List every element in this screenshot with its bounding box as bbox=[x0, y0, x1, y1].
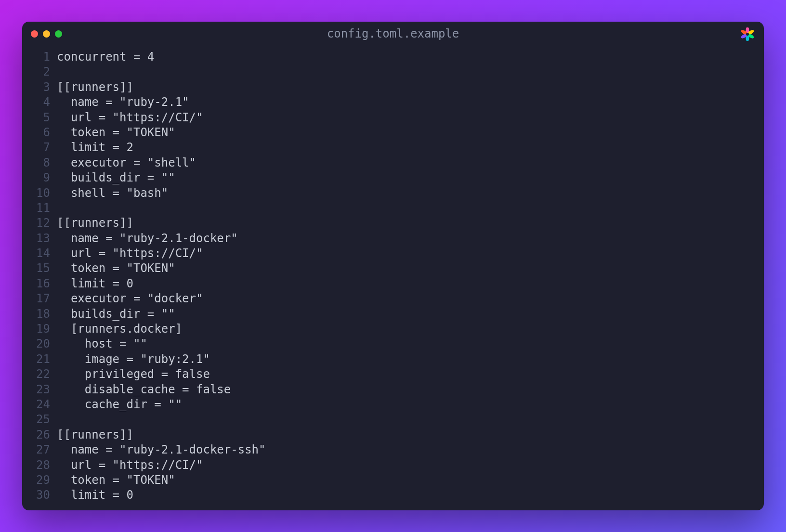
line-number: 3 bbox=[22, 80, 50, 95]
line-number: 16 bbox=[22, 276, 50, 291]
line-number: 30 bbox=[22, 488, 50, 503]
code-line[interactable]: privileged = false bbox=[57, 367, 764, 382]
code-line[interactable]: [[runners]] bbox=[57, 428, 764, 442]
editor-area[interactable]: 1234567891011121314151617181920212223242… bbox=[22, 46, 764, 510]
code-line[interactable]: [[runners]] bbox=[57, 216, 764, 231]
code-line[interactable]: [[runners]] bbox=[57, 80, 764, 95]
code-line[interactable]: token = "TOKEN" bbox=[57, 125, 764, 140]
svg-point-6 bbox=[746, 33, 749, 36]
line-number: 11 bbox=[22, 201, 50, 216]
code-line[interactable]: host = "" bbox=[57, 337, 764, 351]
line-number: 12 bbox=[22, 216, 50, 231]
line-number: 18 bbox=[22, 307, 50, 322]
titlebar: config.toml.example bbox=[22, 22, 764, 46]
line-number: 24 bbox=[22, 397, 50, 412]
code-line[interactable]: token = "TOKEN" bbox=[57, 473, 764, 488]
app-logo-icon bbox=[741, 27, 754, 41]
traffic-lights bbox=[31, 30, 62, 38]
code-line[interactable]: builds_dir = "" bbox=[57, 307, 764, 322]
line-number: 1 bbox=[22, 50, 50, 65]
line-number: 22 bbox=[22, 367, 50, 382]
line-number: 19 bbox=[22, 322, 50, 337]
line-number: 8 bbox=[22, 156, 50, 170]
line-number: 15 bbox=[22, 261, 50, 276]
line-number: 7 bbox=[22, 140, 50, 155]
line-number: 17 bbox=[22, 291, 50, 306]
line-number: 10 bbox=[22, 186, 50, 201]
line-number-gutter: 1234567891011121314151617181920212223242… bbox=[22, 50, 57, 510]
code-line[interactable] bbox=[57, 412, 764, 427]
code-line[interactable]: shell = "bash" bbox=[57, 186, 764, 201]
line-number: 26 bbox=[22, 428, 50, 442]
code-line[interactable]: url = "https://CI/" bbox=[57, 246, 764, 261]
close-button[interactable] bbox=[31, 30, 38, 38]
line-number: 20 bbox=[22, 337, 50, 351]
code-line[interactable]: limit = 2 bbox=[57, 140, 764, 155]
line-number: 25 bbox=[22, 412, 50, 427]
line-number: 27 bbox=[22, 442, 50, 457]
line-number: 4 bbox=[22, 95, 50, 110]
maximize-button[interactable] bbox=[55, 30, 62, 38]
editor-window: config.toml.example 12345678910111213141… bbox=[22, 22, 764, 510]
line-number: 23 bbox=[22, 382, 50, 397]
line-number: 21 bbox=[22, 352, 50, 367]
code-line[interactable]: builds_dir = "" bbox=[57, 170, 764, 185]
line-number: 28 bbox=[22, 458, 50, 473]
code-line[interactable]: image = "ruby:2.1" bbox=[57, 352, 764, 367]
code-line[interactable]: url = "https://CI/" bbox=[57, 458, 764, 473]
code-line[interactable]: executor = "shell" bbox=[57, 156, 764, 170]
code-content[interactable]: concurrent = 4[[runners]] name = "ruby-2… bbox=[57, 50, 764, 510]
code-line[interactable]: name = "ruby-2.1-docker-ssh" bbox=[57, 442, 764, 457]
code-line[interactable]: limit = 0 bbox=[57, 488, 764, 503]
code-line[interactable]: url = "https://CI/" bbox=[57, 110, 764, 125]
code-line[interactable]: disable_cache = false bbox=[57, 382, 764, 397]
code-line[interactable] bbox=[57, 65, 764, 79]
window-title: config.toml.example bbox=[327, 27, 459, 40]
code-line[interactable]: executor = "docker" bbox=[57, 291, 764, 306]
code-line[interactable]: name = "ruby-2.1" bbox=[57, 95, 764, 110]
line-number: 13 bbox=[22, 231, 50, 246]
code-line[interactable]: limit = 0 bbox=[57, 276, 764, 291]
line-number: 6 bbox=[22, 125, 50, 140]
code-line[interactable]: cache_dir = "" bbox=[57, 397, 764, 412]
code-line[interactable] bbox=[57, 201, 764, 216]
line-number: 29 bbox=[22, 473, 50, 488]
line-number: 14 bbox=[22, 246, 50, 261]
line-number: 9 bbox=[22, 170, 50, 185]
minimize-button[interactable] bbox=[43, 30, 50, 38]
line-number: 2 bbox=[22, 65, 50, 79]
code-line[interactable]: token = "TOKEN" bbox=[57, 261, 764, 276]
code-line[interactable]: concurrent = 4 bbox=[57, 50, 764, 65]
code-line[interactable]: [runners.docker] bbox=[57, 322, 764, 337]
line-number: 5 bbox=[22, 110, 50, 125]
code-line[interactable]: name = "ruby-2.1-docker" bbox=[57, 231, 764, 246]
